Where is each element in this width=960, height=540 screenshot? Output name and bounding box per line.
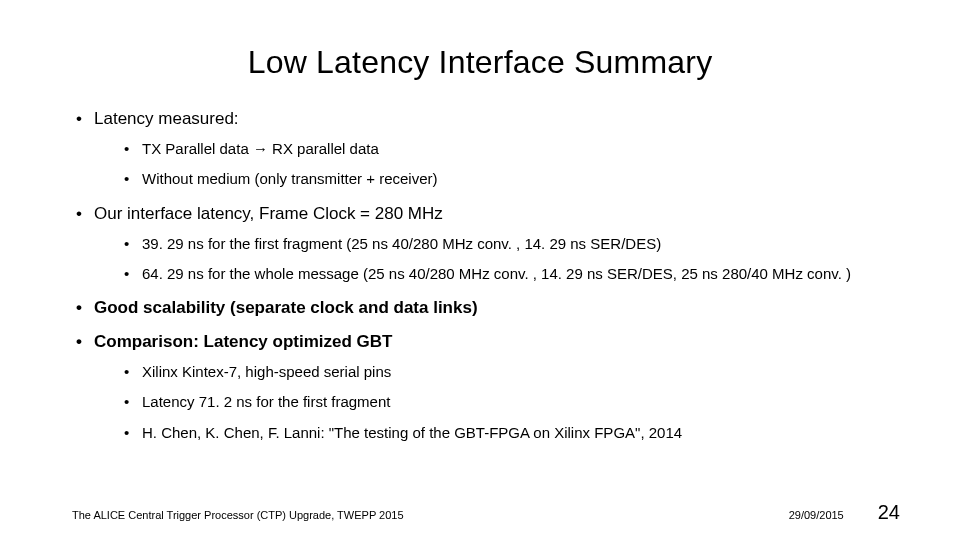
sub-bullet-without-medium: Without medium (only transmitter + recei… — [124, 169, 888, 189]
bullet-text: Good scalability (separate clock and dat… — [94, 298, 478, 317]
sub-bullet-latency-71ns: Latency 71. 2 ns for the first fragment — [124, 392, 888, 412]
sub-bullet-kintex7: Xilinx Kintex-7, high-speed serial pins — [124, 362, 888, 382]
bullet-latency-measured: Latency measured: TX Parallel data → RX … — [72, 109, 888, 190]
footer-left-text: The ALICE Central Trigger Processor (CTP… — [72, 509, 404, 521]
footer-right: 29/09/2015 24 — [789, 501, 900, 524]
bullet-text: Latency 71. 2 ns for the first fragment — [142, 393, 390, 410]
sub-bullet-first-fragment: 39. 29 ns for the first fragment (25 ns … — [124, 234, 888, 254]
slide: Low Latency Interface Summary Latency me… — [0, 0, 960, 540]
bullet-text: Without medium (only transmitter + recei… — [142, 170, 438, 187]
bullet-text: Our interface latency, Frame Clock = 280… — [94, 204, 443, 223]
footer-page-number: 24 — [878, 501, 900, 524]
slide-title: Low Latency Interface Summary — [0, 0, 960, 109]
sub-bullet-citation: H. Chen, K. Chen, F. Lanni: "The testing… — [124, 423, 888, 443]
bullet-list: Latency measured: TX Parallel data → RX … — [72, 109, 888, 443]
sub-list: 39. 29 ns for the first fragment (25 ns … — [72, 234, 888, 285]
slide-footer: The ALICE Central Trigger Processor (CTP… — [0, 501, 960, 524]
sub-bullet-whole-message: 64. 29 ns for the whole message (25 ns 4… — [124, 264, 888, 284]
bullet-text: Latency measured: — [94, 109, 239, 128]
bullet-comparison-gbt: Comparison: Latency optimized GBT Xilinx… — [72, 332, 888, 443]
bullet-scalability: Good scalability (separate clock and dat… — [72, 298, 888, 318]
sub-bullet-tx-rx: TX Parallel data → RX parallel data — [124, 139, 888, 159]
bullet-text: H. Chen, K. Chen, F. Lanni: "The testing… — [142, 424, 682, 441]
footer-date: 29/09/2015 — [789, 509, 844, 521]
bullet-text: 64. 29 ns for the whole message (25 ns 4… — [142, 265, 851, 282]
sub-list: Xilinx Kintex-7, high-speed serial pins … — [72, 362, 888, 443]
bullet-our-interface: Our interface latency, Frame Clock = 280… — [72, 204, 888, 285]
bullet-text: TX Parallel data → RX parallel data — [142, 140, 379, 157]
sub-list: TX Parallel data → RX parallel data With… — [72, 139, 888, 190]
slide-content: Latency measured: TX Parallel data → RX … — [0, 109, 960, 443]
bullet-text: Comparison: Latency optimized GBT — [94, 332, 392, 351]
bullet-text: 39. 29 ns for the first fragment (25 ns … — [142, 235, 661, 252]
bullet-text: Xilinx Kintex-7, high-speed serial pins — [142, 363, 391, 380]
